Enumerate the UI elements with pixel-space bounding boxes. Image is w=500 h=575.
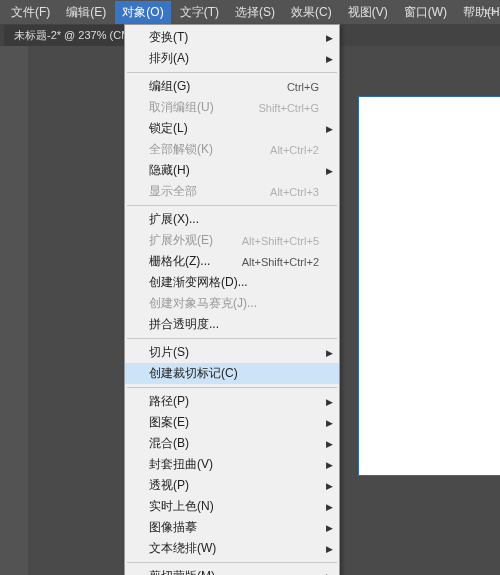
menu-item[interactable]: 实时上色(N)▶: [125, 496, 339, 517]
menu-item-label: 封套扭曲(V): [149, 456, 213, 473]
menu-separator: [127, 72, 337, 73]
menu-item-label: 实时上色(N): [149, 498, 214, 515]
chevron-right-icon: ▶: [326, 460, 333, 470]
menu-item-label: 隐藏(H): [149, 162, 190, 179]
menu-item[interactable]: 封套扭曲(V)▶: [125, 454, 339, 475]
menubar: 文件(F) 编辑(E) 对象(O) 文字(T) 选择(S) 效果(C) 视图(V…: [0, 0, 500, 24]
menu-item[interactable]: 创建渐变网格(D)...: [125, 272, 339, 293]
menu-shortcut: Alt+Ctrl+3: [270, 186, 319, 198]
menu-item-label: 图像描摹: [149, 519, 197, 536]
menu-item-label: 锁定(L): [149, 120, 188, 137]
menu-edit[interactable]: 编辑(E): [59, 1, 113, 24]
chevron-right-icon: ▶: [326, 348, 333, 358]
menu-item-label: 切片(S): [149, 344, 189, 361]
menu-item[interactable]: 扩展(X)...: [125, 209, 339, 230]
menu-item[interactable]: 图案(E)▶: [125, 412, 339, 433]
menu-window[interactable]: 窗口(W): [397, 1, 454, 24]
menu-item-label: 排列(A): [149, 50, 189, 67]
menu-item[interactable]: 切片(S)▶: [125, 342, 339, 363]
menu-view[interactable]: 视图(V): [341, 1, 395, 24]
menu-item[interactable]: 锁定(L)▶: [125, 118, 339, 139]
menu-item[interactable]: 编组(G)Ctrl+G: [125, 76, 339, 97]
menu-item-label: 拼合透明度...: [149, 316, 219, 333]
menu-item: 取消编组(U)Shift+Ctrl+G: [125, 97, 339, 118]
menu-item-label: 透视(P): [149, 477, 189, 494]
chevron-right-icon: ▶: [326, 166, 333, 176]
document-tab[interactable]: 未标题-2* @ 237% (CM: [4, 25, 140, 46]
menu-item-label: 显示全部: [149, 183, 197, 200]
menu-item[interactable]: 混合(B)▶: [125, 433, 339, 454]
menu-item-label: 扩展(X)...: [149, 211, 199, 228]
menu-item-label: 图案(E): [149, 414, 189, 431]
menu-item-label: 混合(B): [149, 435, 189, 452]
menu-file[interactable]: 文件(F): [4, 1, 57, 24]
menu-item[interactable]: 隐藏(H)▶: [125, 160, 339, 181]
chevron-right-icon: ▶: [326, 418, 333, 428]
menu-object[interactable]: 对象(O): [115, 1, 170, 24]
object-menu-dropdown: 变换(T)▶排列(A)▶编组(G)Ctrl+G取消编组(U)Shift+Ctrl…: [124, 24, 340, 575]
menu-item: 创建对象马赛克(J)...: [125, 293, 339, 314]
menu-item-label: 取消编组(U): [149, 99, 214, 116]
menu-item-label: 创建裁切标记(C): [149, 365, 238, 382]
chevron-right-icon: ▶: [326, 523, 333, 533]
menu-item[interactable]: 图像描摹▶: [125, 517, 339, 538]
menu-item-label: 变换(T): [149, 29, 188, 46]
chevron-right-icon: ▶: [326, 439, 333, 449]
chevron-right-icon: ▶: [326, 572, 333, 576]
menu-item-label: 扩展外观(E): [149, 232, 213, 249]
chevron-right-icon: ▶: [326, 397, 333, 407]
artboard[interactable]: [358, 96, 500, 476]
menu-item[interactable]: 栅格化(Z)...Alt+Shift+Ctrl+2: [125, 251, 339, 272]
chevron-right-icon: ▶: [326, 502, 333, 512]
chevron-right-icon: ▶: [326, 124, 333, 134]
menu-item: 显示全部Alt+Ctrl+3: [125, 181, 339, 202]
menu-shortcut: Shift+Ctrl+G: [258, 102, 319, 114]
chevron-right-icon: ▶: [326, 544, 333, 554]
menu-item[interactable]: 透视(P)▶: [125, 475, 339, 496]
menu-item-label: 创建渐变网格(D)...: [149, 274, 248, 291]
menu-item-label: 文本绕排(W): [149, 540, 216, 557]
menu-item-label: 创建对象马赛克(J)...: [149, 295, 257, 312]
menu-separator: [127, 338, 337, 339]
menu-type[interactable]: 文字(T): [173, 1, 226, 24]
menu-separator: [127, 205, 337, 206]
menu-item[interactable]: 变换(T)▶: [125, 27, 339, 48]
menu-shortcut: Alt+Shift+Ctrl+5: [242, 235, 319, 247]
menu-item[interactable]: 排列(A)▶: [125, 48, 339, 69]
chevron-right-icon: ▶: [326, 33, 333, 43]
menu-item[interactable]: 路径(P)▶: [125, 391, 339, 412]
menu-shortcut: Alt+Ctrl+2: [270, 144, 319, 156]
menu-item-label: 剪切蒙版(M): [149, 568, 215, 575]
menu-separator: [127, 387, 337, 388]
layout-icon[interactable]: ▭: [485, 4, 496, 18]
menu-item[interactable]: 文本绕排(W)▶: [125, 538, 339, 559]
menu-item-label: 路径(P): [149, 393, 189, 410]
menu-item[interactable]: 剪切蒙版(M)▶: [125, 566, 339, 575]
menu-shortcut: Ctrl+G: [287, 81, 319, 93]
menu-item-label: 全部解锁(K): [149, 141, 213, 158]
menu-item: 扩展外观(E)Alt+Shift+Ctrl+5: [125, 230, 339, 251]
menu-item[interactable]: 拼合透明度...: [125, 314, 339, 335]
tool-panel[interactable]: [0, 46, 28, 575]
menu-separator: [127, 562, 337, 563]
chevron-right-icon: ▶: [326, 481, 333, 491]
menu-shortcut: Alt+Shift+Ctrl+2: [242, 256, 319, 268]
chevron-right-icon: ▶: [326, 54, 333, 64]
menu-item-label: 编组(G): [149, 78, 190, 95]
menu-effect[interactable]: 效果(C): [284, 1, 339, 24]
menu-item[interactable]: 创建裁切标记(C): [125, 363, 339, 384]
menu-item: 全部解锁(K)Alt+Ctrl+2: [125, 139, 339, 160]
menu-select[interactable]: 选择(S): [228, 1, 282, 24]
menu-item-label: 栅格化(Z)...: [149, 253, 210, 270]
